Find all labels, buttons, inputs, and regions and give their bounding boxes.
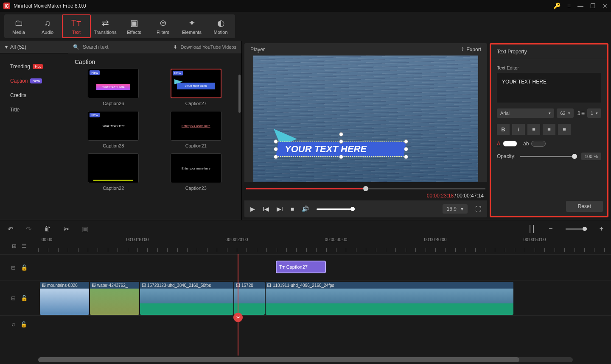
video-clip-15720123[interactable]: 🎞15720123-uhd_3840_2160_50fps [140,282,233,315]
volume-icon[interactable]: 🔊 [302,206,309,212]
menu-icon[interactable]: ≡ [567,3,571,9]
text-property-panel: Text Property Text Editor YOUR TEXT HERE… [490,43,608,217]
resize-handle[interactable] [274,139,278,144]
text-clip-caption27[interactable]: Tᴛ Caption27 [276,261,326,273]
search-icon: 🔍 [73,44,79,50]
template-caption22[interactable]: Caption22 [76,153,151,191]
music-icon: ♫ [45,18,51,28]
download-youtube-link[interactable]: Download YouTube Videos [181,44,237,50]
player-scrubber[interactable] [246,184,485,193]
redo-icon[interactable]: ↷ [26,225,31,233]
play-icon[interactable]: ▶ [250,206,255,212]
resize-handle[interactable] [274,155,278,159]
scrubber-thumb[interactable] [363,186,368,191]
text-icon: Tᴛ [279,264,285,270]
volume-slider[interactable] [317,208,355,210]
timeline-scrollbar[interactable] [38,357,573,362]
split-icon[interactable]: ✂ [233,313,243,322]
text-color-swatch[interactable] [503,141,517,147]
toolbar-filters[interactable]: ⊜Filters [149,14,177,38]
opacity-label: Opacity: [497,153,516,159]
chevron-down-icon: ▾ [461,206,463,212]
lock-icon[interactable]: 🔓 [21,295,28,301]
toolbar-transitions[interactable]: ⇄Transitions [91,14,120,38]
zoom-slider[interactable] [566,228,587,230]
timeline-ruler[interactable]: 00:00 00:00:10:00 00:00:20:00 00:00:30:0… [38,237,611,254]
opacity-value: 100 % [581,153,601,160]
sidebar-all[interactable]: ▾ All (52) [0,41,68,53]
sidebar-title[interactable]: Title [0,103,68,117]
export-button[interactable]: ⤴ Export [461,47,481,53]
stop-icon[interactable]: ■ [291,206,294,212]
video-clip-mountains[interactable]: 🖼mountains-8326 [40,282,89,315]
sidebar-caption[interactable]: CaptionNew [0,74,68,88]
toolbar-text[interactable]: TᴛText [62,14,91,38]
minimize-icon[interactable]: — [577,3,583,9]
crop-icon[interactable]: ▣ [82,225,88,233]
fullscreen-icon[interactable]: ⛶ [475,206,481,212]
template-caption23[interactable]: Enter your name here Caption23 [159,153,233,191]
lock-icon[interactable]: 🔓 [20,321,27,328]
prev-icon[interactable]: I◀ [263,206,269,212]
new-badge: New [90,113,100,117]
aspect-select[interactable]: 16:9▾ [443,204,468,214]
close-icon[interactable]: ✕ [603,3,608,9]
layers-icon[interactable]: ☰ [22,243,27,249]
rotate-handle[interactable] [339,132,343,136]
font-select[interactable]: Arial▾ [497,108,554,118]
toolbar-motion[interactable]: ◐Motion [206,14,235,38]
undo-icon[interactable]: ↶ [8,225,13,233]
playhead[interactable]: ✂ [238,254,238,356]
toolbar-effects[interactable]: ▣Effects [120,14,149,38]
zoom-out-icon[interactable]: − [549,225,552,233]
title-bar: IC MiniTool MovieMaker Free 8.0.0 🔑 ≡ — … [0,0,611,12]
video-clip-1181911[interactable]: 🎞1181911-uhd_4096_2160_24fps [266,282,513,315]
browser-scrollbar[interactable] [238,75,241,113]
video-clip-15720[interactable]: 🎞15720 [234,282,265,315]
search-input[interactable]: Search text [83,44,170,50]
toolbar-elements[interactable]: ✦Elements [177,14,206,38]
zoom-in-icon[interactable]: + [600,225,603,233]
highlight-color-swatch[interactable] [531,141,546,147]
template-caption28[interactable]: NewYour Text Here Caption28 [76,111,151,148]
sidebar-credits[interactable]: Credits [0,88,68,103]
transitions-icon: ⇄ [102,18,109,28]
resize-handle[interactable] [274,147,278,151]
props-header: Text Property [491,44,607,59]
caption-overlay[interactable]: YOUR TEXT HERE [276,142,406,157]
opacity-slider[interactable] [520,156,577,157]
reset-button[interactable]: Reset [566,201,603,212]
sidebar-trending[interactable]: TrendingHot [0,59,68,74]
align-center-button[interactable]: ≡ [543,124,555,135]
snap-icon[interactable]: ⎢⎢ [529,225,536,233]
time-total: 00:00:47:14 [457,193,484,199]
font-size-select[interactable]: 62▾ [557,108,573,118]
maximize-icon[interactable]: ❐ [590,3,596,9]
new-badge: New [30,78,42,83]
video-clip-water1[interactable]: 🖼water-4243762_ [90,282,139,315]
toolbar-audio[interactable]: ♫Audio [33,14,62,38]
image-icon: 🖼 [92,283,96,288]
chevron-down-icon: ▾ [549,111,551,115]
add-track-icon[interactable]: ⊞ [12,243,17,249]
text-value-input[interactable]: YOUR TEXT HERE [497,73,601,103]
trash-icon[interactable]: 🗑 [44,225,51,233]
bold-button[interactable]: B [497,124,510,135]
resize-handle[interactable] [339,155,343,159]
template-caption27[interactable]: NewYOUR TEXT HERE Caption27 [159,69,233,106]
video-track-icon: ⊟ [11,295,16,301]
key-icon[interactable]: 🔑 [553,3,561,9]
scissors-icon[interactable]: ✂ [64,225,69,233]
resize-handle[interactable] [339,139,343,144]
italic-button[interactable]: I [512,124,525,135]
template-caption21[interactable]: Enter your name here Caption21 [159,111,233,148]
video-preview[interactable]: YOUR TEXT HERE [253,56,478,182]
align-right-button[interactable]: ≡ [558,124,571,135]
lock-icon[interactable]: 🔓 [21,264,28,271]
video-icon: 🎞 [142,283,146,288]
template-caption26[interactable]: NewYOUR TEXT HERE Caption26 [76,69,151,106]
align-left-button[interactable]: ≡ [527,124,540,135]
toolbar-media[interactable]: 🗀Media [4,14,33,38]
line-height-select[interactable]: 1▾ [587,108,601,118]
next-icon[interactable]: ▶I [277,206,283,212]
